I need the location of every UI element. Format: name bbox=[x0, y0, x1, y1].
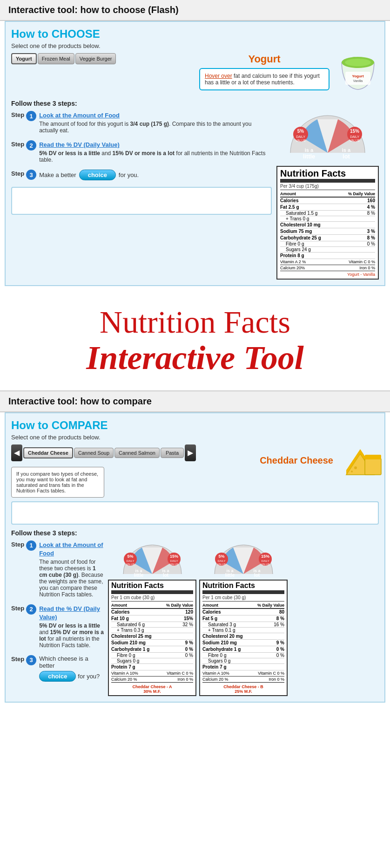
step3-row: Step 3 Make a better choice for you. bbox=[11, 170, 272, 180]
nutrition-column: 5% DAILY VALUE 15% DAILY VALUE is a litt… bbox=[276, 111, 379, 280]
choose-tool-title: How to CHOOSE bbox=[11, 27, 379, 41]
nf-b-header: Amount% Daily Value bbox=[202, 602, 284, 609]
compare-buttons-row: ◀ Cheddar Cheese Canned Soup Canned Salm… bbox=[11, 444, 196, 461]
comment-box bbox=[11, 187, 272, 215]
compare-steps-col: Step 1 Look at the Amount of Food The am… bbox=[11, 540, 104, 688]
svg-text:VALUE: VALUE bbox=[296, 139, 306, 142]
svg-text:DAILY: DAILY bbox=[296, 135, 305, 138]
nf-a-stack: 5% DAILY VALUE 15% DAILY VALUE is a litt… bbox=[108, 540, 196, 696]
compare-step1-row: Step 1 Look at the Amount of Food The am… bbox=[11, 540, 104, 598]
step2-content: Read the % DV (Daily Value) 5% DV or les… bbox=[39, 140, 272, 163]
cheese-image bbox=[342, 444, 379, 477]
step1-text: The amount of food for this yogurt is 3/… bbox=[39, 121, 272, 134]
nutrition-facts-table: Nutrition Facts Per 3/4 cup (175g) Amoun… bbox=[276, 166, 379, 280]
nf-a-header: Amount% Daily Value bbox=[111, 602, 193, 609]
svg-text:VALUE: VALUE bbox=[169, 563, 178, 566]
nf-b-title: Nutrition Facts bbox=[202, 582, 284, 594]
nav-next-arrow[interactable]: ▶ bbox=[185, 444, 196, 461]
product-buttons: Yogurt Frozen Meal Veggie Burger bbox=[11, 53, 116, 64]
big-title-line1: Nutrition Facts bbox=[9, 305, 381, 340]
nav-prev-arrow[interactable]: ◀ bbox=[11, 444, 22, 461]
compare-step2-link[interactable]: Read the % DV (Daily Value) bbox=[39, 605, 100, 621]
nf-a-fat: Fat 10 g15% bbox=[111, 615, 193, 622]
nf-amount-header: Amount % Daily Value bbox=[280, 191, 375, 198]
section1-title: Interactive tool: how to choose (Flash) bbox=[8, 5, 382, 15]
nf-protein-row: Protein 8 g bbox=[280, 253, 375, 259]
nf-a-chol: Cholesterol 25 mg bbox=[111, 633, 193, 640]
choice-button[interactable]: choice bbox=[79, 170, 116, 180]
svg-rect-21 bbox=[365, 455, 381, 459]
nf-a-sat: Saturated 6 g32 % bbox=[111, 622, 193, 628]
nf-b-protein: Protein 7 g bbox=[202, 664, 284, 670]
product-btn-veggie[interactable]: Veggie Burger bbox=[75, 53, 116, 64]
nf-b-calories: Calories80 bbox=[202, 609, 284, 615]
svg-text:DAILY: DAILY bbox=[170, 560, 178, 562]
hover-link[interactable]: Hover over bbox=[205, 73, 232, 79]
svg-text:lot: lot bbox=[343, 153, 350, 160]
nf-b-serving: Per 1 cm cube (30 g) bbox=[202, 595, 284, 601]
compare-step2-row: Step 2 Read the % DV (Daily Value) 5% DV… bbox=[11, 604, 104, 649]
compare-btn-soup[interactable]: Canned Soup bbox=[74, 448, 114, 458]
compare-btn-salmon[interactable]: Canned Salmon bbox=[114, 448, 160, 458]
step3-label: Step bbox=[11, 170, 24, 177]
nf-b-fat: Fat 5 g8 % bbox=[202, 615, 284, 622]
compare-hover-box bbox=[11, 501, 379, 525]
compare-choice-button[interactable]: choice bbox=[39, 671, 76, 682]
step2-link[interactable]: Read the % DV (Daily Value) bbox=[39, 141, 120, 148]
nf-a-protein: Protein 7 g bbox=[111, 664, 193, 670]
section2-header: Interactive tool: how to compare bbox=[0, 390, 390, 412]
nf-a-footer: Cheddar Cheese - A30% M.F. bbox=[111, 683, 193, 694]
nf-b-vit1: Vitamin A 10%Vitamin C 0 % bbox=[202, 670, 284, 677]
steps-header: Follow these 3 steps: bbox=[11, 100, 379, 107]
compare-btn-pasta[interactable]: Pasta bbox=[161, 448, 184, 458]
nf-b-sat: Saturated 3 g16 % bbox=[202, 622, 284, 628]
svg-text:little: little bbox=[303, 153, 316, 160]
svg-point-2 bbox=[345, 59, 371, 66]
product-btn-frozen[interactable]: Frozen Meal bbox=[38, 53, 74, 64]
nf-cholesterol-row: Cholesterol 10 mg bbox=[280, 222, 375, 228]
dv-diagram: 5% DAILY VALUE 15% DAILY VALUE is a litt… bbox=[281, 111, 374, 162]
compare-step3-inline: Which cheese is a better bbox=[39, 655, 104, 669]
svg-text:5%: 5% bbox=[218, 554, 224, 559]
compare-step2-circle: 2 bbox=[26, 604, 36, 615]
nf-b-trans: + Trans 0.1 g bbox=[202, 628, 284, 633]
hover-info-box: Hover over fat and calcium to see if thi… bbox=[199, 68, 329, 90]
nf-a-sugars: Sugars 0 g bbox=[111, 658, 193, 664]
choose-tool: How to CHOOSE Select one of the products… bbox=[5, 21, 385, 286]
svg-text:VALUE: VALUE bbox=[261, 563, 269, 566]
nf-sugars-row: Sugars 24 g bbox=[280, 247, 375, 253]
nf-a-sodium: Sodium 210 mg9 % bbox=[111, 640, 193, 646]
nf-vitamins-row1: Vitamin A 2 % Vitamin C 0 % bbox=[280, 259, 375, 265]
section1-header: Interactive tool: how to choose (Flash) bbox=[0, 0, 390, 21]
compare-step1-link[interactable]: Look at the Amount of Food bbox=[39, 541, 103, 557]
compare-step3-content: Which cheese is a better choice for you? bbox=[39, 655, 104, 682]
nf-table-b: Nutrition Facts Per 1 cm cube (30 g) Amo… bbox=[199, 580, 288, 696]
nf-b-stack: 5% DAILY VALUE 15% DAILY VALUE is a litt… bbox=[199, 540, 288, 696]
product-btn-yogurt[interactable]: Yogurt bbox=[11, 53, 37, 64]
choose-tool-subtitle: Select one of the products below. bbox=[11, 42, 379, 49]
svg-text:VALUE: VALUE bbox=[126, 563, 134, 566]
nf-trans-row: + Trans 0 g bbox=[280, 216, 375, 222]
svg-text:lot: lot bbox=[162, 573, 168, 578]
compare-info-box: If you compare two types of cheese, you … bbox=[11, 467, 104, 498]
step3-post: for you. bbox=[119, 171, 139, 178]
step1-circle: 1 bbox=[26, 111, 36, 121]
compare-step1-circle: 1 bbox=[26, 540, 36, 551]
compare-step1-label: Step bbox=[11, 540, 24, 548]
section2-title: Interactive tool: how to compare bbox=[8, 396, 382, 407]
compare-step3-row: Step 3 Which cheese is a better choice f… bbox=[11, 655, 104, 682]
compare-btn-cheddar[interactable]: Cheddar Cheese bbox=[23, 447, 73, 458]
nf-serving: Per 3/4 cup (175g) bbox=[280, 184, 375, 190]
svg-rect-20 bbox=[365, 458, 381, 475]
svg-text:little: little bbox=[225, 573, 235, 578]
svg-text:DAILY: DAILY bbox=[350, 135, 359, 138]
svg-text:15%: 15% bbox=[169, 554, 178, 559]
compare-step1-content: Look at the Amount of Food The amount of… bbox=[39, 540, 104, 598]
compare-product-name: Cheddar Cheese bbox=[260, 455, 333, 466]
step3-inline: Make a better choice for you. bbox=[39, 170, 272, 180]
step3-pre: Make a better bbox=[39, 171, 76, 178]
big-title-line2: Interactive Tool bbox=[9, 340, 381, 376]
step1-link[interactable]: Look at the Amount of Food bbox=[39, 112, 120, 119]
big-title-section: Nutrition Facts Interactive Tool bbox=[0, 291, 390, 390]
svg-text:DAILY: DAILY bbox=[261, 560, 269, 562]
